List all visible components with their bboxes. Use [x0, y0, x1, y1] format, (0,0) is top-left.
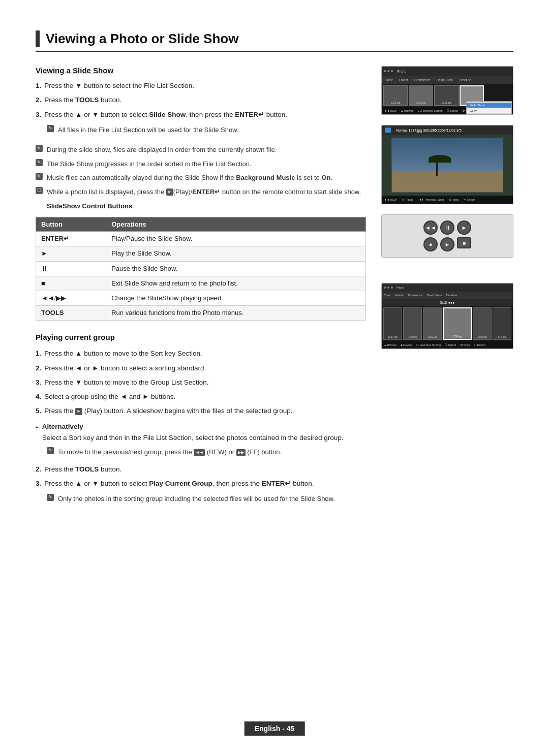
content-area: Viewing a Slide Show 1. Press the ▼ butt…	[36, 66, 513, 508]
table-row: ◄◄/▶▶ Change the SlideShow playing speed…	[36, 291, 366, 306]
ss-nav: Color Folder Preference Basic View Timel…	[382, 76, 513, 84]
status-device: ■ Device	[401, 343, 412, 346]
nav-folder: Folder	[395, 294, 404, 297]
play-step-2: 2. Press the ◄ or ► button to select a s…	[36, 363, 366, 373]
remote-rew-btn[interactable]: ◄◄	[423, 220, 438, 235]
note-text: During the slide show, files are display…	[47, 145, 277, 155]
screenshot-group-browse: Photo Color Folder Preference Basic View…	[381, 283, 513, 349]
ss-menu-bar: Photo	[382, 67, 513, 76]
dropdown-menu: Slide Show Copy Play Current Group Copy …	[466, 101, 512, 115]
left-column: Viewing a Slide Show 1. Press the ▼ butt…	[36, 66, 366, 508]
screenshot-browser: Photo Color Folder Preference Basic View…	[381, 66, 513, 115]
dot	[391, 287, 393, 289]
play-step-3: 3. Press the ▼ button to move to the Gro…	[36, 377, 366, 388]
page-title: Viewing a Photo or Slide Show	[46, 31, 238, 47]
nav-item: Folder	[399, 78, 408, 82]
operations-table: Button Operations ENTER↵ Play/Pause the …	[36, 217, 366, 321]
group-thumb: 1237.jpg	[383, 307, 402, 340]
nav-item: Basic View	[437, 78, 453, 82]
note-text: The Slide Show progresses in the order s…	[47, 159, 252, 169]
step-text: Press the ▲ button to move to the Sort k…	[44, 349, 202, 359]
table-cell-button: ⏸	[36, 261, 106, 276]
table-row: ⏸ Pause the Slide Show.	[36, 261, 366, 276]
group-thumb: 100.jpg	[403, 307, 422, 340]
spacer	[381, 268, 513, 273]
remote-rec-btn[interactable]: ■	[457, 237, 471, 248]
table-cell-op: Change the SlideShow playing speed.	[106, 291, 366, 306]
footer-tools: ⚙ Tools	[449, 198, 459, 201]
remote-pause-btn[interactable]: ⏸	[440, 220, 454, 235]
dot	[391, 70, 393, 72]
screenshot-playing: Normal 1234.jpg 380x285 2008/12/02 3/5 ◄…	[381, 125, 513, 204]
nav-item: Preference	[414, 78, 431, 82]
table-cell-op: Play/Pause the Slide Show.	[106, 232, 366, 246]
note-icon: ✎	[36, 173, 43, 180]
page-footer: English - 45	[245, 721, 305, 736]
step3-note: ✎ All files in the File List Section wil…	[47, 125, 366, 135]
play-step-5: 5. Press the ► (Play) button. A slidesho…	[36, 406, 366, 416]
play-footer: ◄◄ REW ⏸ Pause ◄► Previous / Next ⚙ Tool…	[382, 196, 513, 204]
remote-control: ◄◄ ⏸ ► ● ► ■	[381, 214, 513, 258]
tree-trunk	[436, 161, 438, 176]
status-tools: ⚙ Tools	[460, 343, 470, 346]
note-text: While a photo list is displayed, press t…	[47, 187, 361, 197]
final-step-2: 2. Press the TOOLS button.	[36, 464, 366, 475]
status-select: ☑ Select	[445, 343, 456, 346]
alternatively-item: • Alternatively Select a Sort key and th…	[36, 422, 366, 444]
note-4: ☐ While a photo list is displayed, press…	[36, 187, 366, 197]
nav-item: Timeline	[459, 78, 471, 82]
step-num: 1.	[36, 349, 41, 359]
step-text: Press the ◄ or ► button to select a sort…	[44, 363, 206, 373]
group-thumb: 1232.jpg	[423, 307, 442, 340]
table-cell-op: Pause the Slide Show.	[106, 261, 366, 276]
remote-stop-btn[interactable]: ●	[423, 237, 438, 251]
dropdown-item-slideshow: Slide Show	[467, 103, 511, 108]
sand	[392, 171, 502, 192]
group-header: Photo	[382, 284, 513, 292]
photo-label: Photo	[396, 286, 404, 289]
status-item: ☑ Select	[447, 109, 458, 112]
step-num: 2.	[36, 464, 41, 475]
table-cell-button: ◄◄/▶▶	[36, 291, 106, 306]
playing-group-header: Playing current group	[36, 333, 366, 341]
step-text: Press the TOOLS button.	[44, 95, 121, 105]
footer-prev-next: ◄► Previous / Next	[418, 198, 444, 201]
note-text: To move to the previous/next group, pres…	[58, 447, 282, 457]
nav-timeline: Timeline	[446, 294, 457, 297]
nav-color: Color	[384, 294, 391, 297]
note-icon: ✎	[36, 145, 43, 152]
step-num: 1.	[36, 81, 41, 91]
remote-fwd-btn[interactable]: ►	[457, 220, 471, 235]
group-thumb: 117.jpg	[493, 307, 511, 340]
step-text: Select a group using the ◄ and ► buttons…	[44, 392, 175, 402]
note-icon: ✎	[47, 125, 54, 132]
group-counter: 5/10 ●●●	[382, 299, 513, 306]
step-text: Press the ▼ button to select the File Li…	[44, 81, 194, 91]
group-status: ▲ Browse ■ Device ⛶ Favorites Sorting ☑ …	[382, 341, 513, 349]
page: Viewing a Photo or Slide Show Viewing a …	[0, 0, 549, 756]
step-num: 2.	[36, 95, 41, 105]
final-step-3: 3. Press the ▲ or ▼ button to select Pla…	[36, 479, 366, 489]
thumb: 1231.jpg	[383, 85, 408, 106]
step-1: 1. Press the ▼ button to select the File…	[36, 81, 366, 91]
thumb: 1232.jpg	[409, 85, 433, 106]
nav-item: Color	[385, 78, 393, 82]
group-grid: 1237.jpg 100.jpg 1232.jpg 1234.jpg 1238.	[382, 306, 513, 341]
dot-group	[384, 70, 393, 72]
note-icon: ✎	[36, 159, 43, 166]
group-nav: Color Folder Preference Basic View Timel…	[382, 292, 513, 299]
table-cell-op: Run various functions from the Photo men…	[106, 306, 366, 321]
dropdown-item-play-group: Play Current Group	[467, 114, 511, 115]
note-icon: ☐	[36, 187, 43, 194]
remote-play-btn[interactable]: ►	[440, 237, 454, 251]
dropdown-item-copy: Copy	[467, 108, 511, 114]
table-cell-button: TOOLS	[36, 306, 106, 321]
alternatively-text: Select a Sort key and then in the File L…	[42, 433, 344, 443]
status-browse: ▲ Browse	[384, 343, 396, 346]
step-text: Press the ▲ or ▼ button to select Slide …	[44, 110, 287, 120]
step-num: 3.	[36, 377, 41, 388]
photo-label: Photo	[397, 70, 406, 73]
step-text: Press the ► (Play) button. A slideshow b…	[44, 406, 292, 416]
table-row: ENTER↵ Play/Pause the Slide Show.	[36, 232, 366, 246]
status-return: ↩ Return	[474, 343, 485, 346]
